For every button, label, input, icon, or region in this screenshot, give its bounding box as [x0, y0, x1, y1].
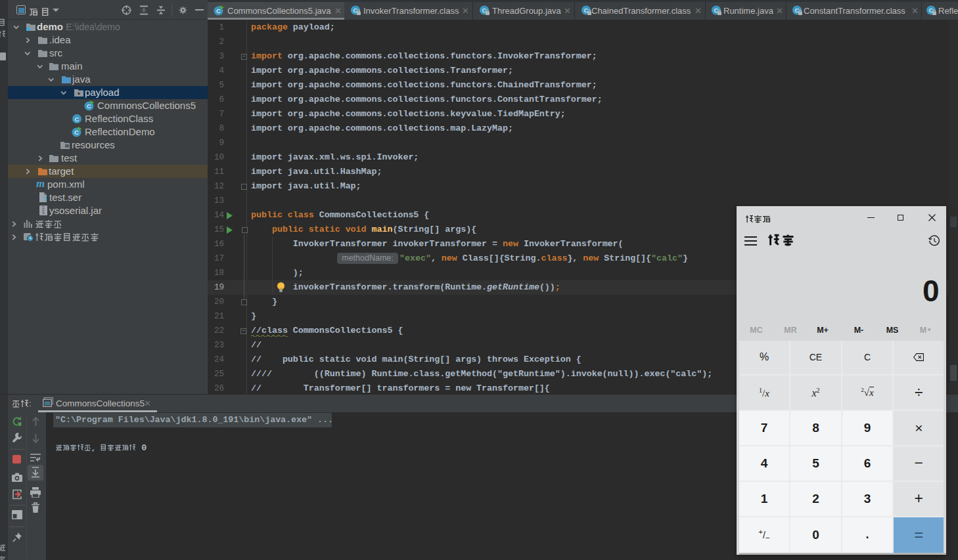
- svg-text:?: ?: [43, 196, 47, 202]
- svg-text:C: C: [75, 116, 80, 123]
